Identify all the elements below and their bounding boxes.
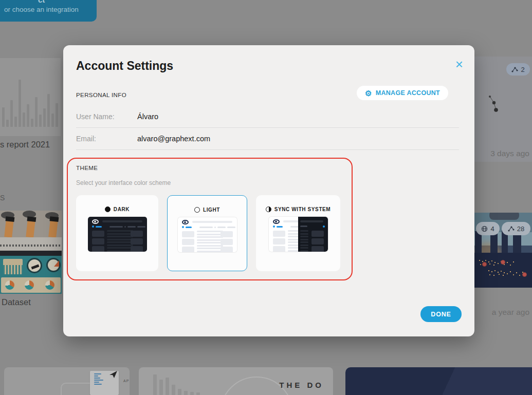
decor — [0, 251, 62, 256]
decor — [311, 231, 324, 252]
done-button[interactable]: DONE — [420, 306, 462, 322]
mini-card-label: AP — [123, 379, 129, 383]
decor — [273, 238, 285, 244]
decor — [300, 220, 323, 222]
decor — [190, 392, 194, 395]
decor — [131, 231, 143, 237]
decor — [46, 258, 61, 272]
decor — [159, 380, 163, 395]
decor — [300, 225, 307, 227]
decor — [277, 226, 283, 228]
theme-option-dark[interactable]: DARK — [76, 195, 158, 271]
recent-project-card: 2 — [474, 57, 532, 162]
decor — [92, 225, 143, 228]
decor — [273, 231, 285, 252]
manage-account-button[interactable]: ⚙ MANAGE ACCOUNT — [357, 86, 448, 100]
decor — [94, 375, 98, 377]
decor — [197, 245, 223, 247]
decor — [197, 248, 223, 249]
personal-info-label: PERSONAL INFO — [76, 92, 126, 98]
decor — [182, 239, 194, 245]
decor — [488, 270, 489, 271]
decor — [131, 238, 143, 244]
decor — [197, 239, 223, 241]
decor — [23, 112, 25, 127]
decor — [47, 94, 50, 127]
decor — [300, 241, 308, 243]
decor — [48, 219, 58, 237]
decor — [6, 120, 9, 127]
decor — [501, 260, 505, 265]
decor — [221, 231, 233, 252]
theme-option-sync-with-system[interactable]: SYNC WITH SYSTEM — [256, 195, 340, 271]
app-screen: ct or choose an integration s report 202… — [0, 0, 532, 395]
paper-plane-icon — [109, 370, 118, 379]
scatter-graphic — [486, 92, 503, 115]
decor — [300, 250, 308, 252]
decor — [494, 108, 498, 112]
username-value[interactable]: Álvaro — [137, 112, 158, 121]
decor — [94, 382, 99, 383]
decor — [0, 237, 62, 251]
decor — [94, 384, 102, 385]
decor — [273, 225, 275, 228]
decor — [300, 236, 308, 237]
decor — [199, 227, 213, 228]
decor — [273, 231, 285, 237]
decor — [107, 244, 133, 246]
decor — [4, 219, 13, 237]
decor — [109, 371, 117, 378]
decor — [221, 231, 233, 237]
decor — [508, 230, 509, 231]
decor — [166, 378, 169, 395]
titanic-card-thumbnail — [0, 211, 62, 294]
decor — [517, 69, 518, 71]
decor — [31, 119, 33, 127]
email-value[interactable]: alvaro@graphext.com — [137, 135, 210, 143]
decor — [273, 246, 285, 252]
decor — [489, 96, 491, 98]
decor — [3, 259, 23, 274]
theme-description: Select your interface color scheme — [76, 179, 171, 186]
city-card-thumbnail: 4 28 — [473, 213, 532, 288]
section-label-fragment: S — [0, 194, 5, 202]
dark-theme-preview — [88, 217, 147, 252]
sync-option-label: SYNC WITH SYSTEM — [274, 206, 331, 212]
bottom-card-left: AP — [4, 367, 130, 395]
card-timestamp: a year ago — [475, 308, 529, 317]
decor — [39, 115, 42, 127]
theme-option-light[interactable]: LIGHT — [167, 195, 247, 271]
theme-options: DARK LIGHT — [76, 195, 340, 271]
close-icon[interactable]: × — [455, 58, 463, 71]
banner-title-fragment: ct — [38, 0, 45, 4]
decor — [473, 253, 532, 288]
decor — [107, 236, 133, 237]
decor — [182, 231, 194, 237]
email-field-row: Email: alvaro@graphext.com — [76, 128, 459, 150]
decor — [92, 231, 104, 252]
decor — [178, 389, 181, 395]
badge-count: 2 — [521, 66, 524, 73]
project-name-pill — [489, 213, 519, 220]
decor — [172, 385, 175, 395]
badge-count: 28 — [517, 225, 524, 233]
theme-label: THEME — [76, 165, 98, 171]
decor — [107, 247, 133, 249]
decor — [197, 251, 223, 252]
decor — [182, 226, 184, 228]
decor — [217, 227, 226, 228]
decor: DARK — [76, 206, 158, 212]
decor — [127, 226, 136, 228]
decor — [56, 103, 58, 127]
decor — [512, 70, 513, 72]
report-chart-thumbnail — [0, 58, 61, 136]
decor — [94, 380, 103, 381]
sync-radio-icon — [266, 206, 271, 212]
decor — [184, 391, 188, 395]
decor — [522, 272, 527, 277]
decor — [510, 226, 512, 228]
decor — [107, 239, 133, 240]
decor — [131, 246, 143, 252]
dataset-card-title: Dataset — [2, 297, 31, 307]
dark-radio-icon — [105, 206, 111, 212]
